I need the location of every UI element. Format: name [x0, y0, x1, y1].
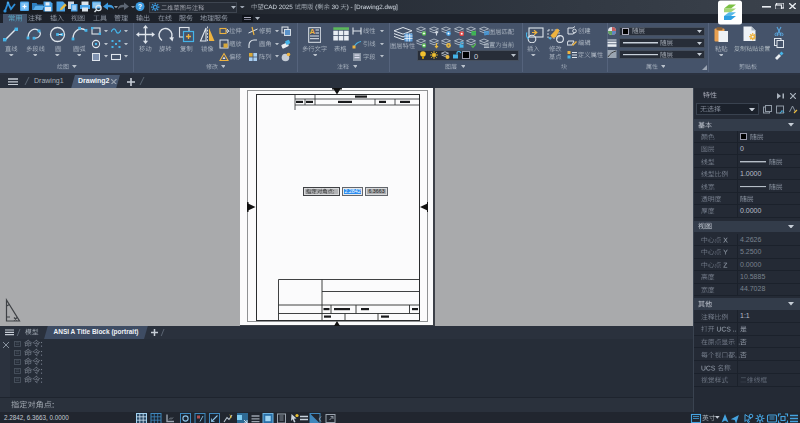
svg-text:A: A: [309, 27, 315, 36]
svg-text:?: ?: [138, 3, 142, 10]
